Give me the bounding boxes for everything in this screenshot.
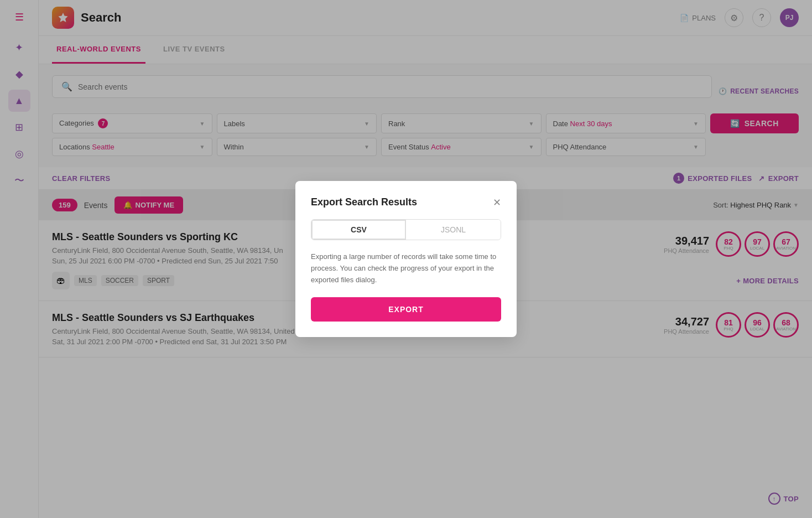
- format-jsonl-tab[interactable]: JSONL: [406, 220, 501, 240]
- modal-close-button[interactable]: ✕: [493, 198, 501, 208]
- modal-header: Export Search Results ✕: [311, 196, 501, 208]
- export-modal: Export Search Results ✕ CSV JSONL Export…: [295, 181, 517, 336]
- modal-note: Exporting a large number of records will…: [311, 251, 501, 286]
- modal-overlay[interactable]: Export Search Results ✕ CSV JSONL Export…: [0, 0, 812, 518]
- format-csv-tab[interactable]: CSV: [311, 220, 406, 240]
- modal-title: Export Search Results: [311, 196, 417, 208]
- format-tabs: CSV JSONL: [311, 219, 501, 240]
- modal-export-button[interactable]: EXPORT: [311, 297, 501, 322]
